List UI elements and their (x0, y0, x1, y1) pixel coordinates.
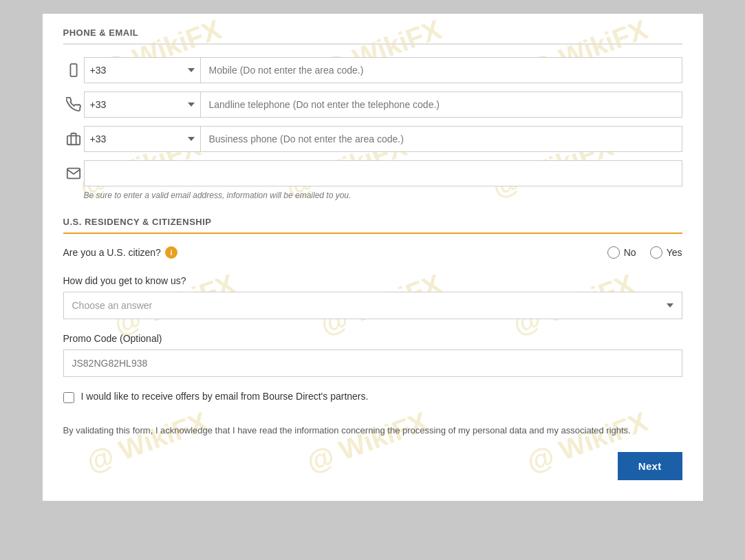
citizen-label: Are you a U.S. citizen? i (63, 246, 177, 259)
business-input[interactable] (201, 126, 682, 152)
offers-checkbox[interactable] (63, 392, 74, 403)
bottom-bar: Next (63, 452, 682, 480)
how-know-label: How did you get to know us? (63, 275, 682, 286)
citizen-no-radio[interactable] (607, 246, 620, 259)
citizen-row: Are you a U.S. citizen? i No Yes (63, 246, 682, 259)
next-button[interactable]: Next (618, 452, 682, 480)
landline-row: +33 (63, 91, 682, 118)
how-know-select[interactable]: Choose an answer (63, 292, 682, 319)
briefcase-icon (63, 131, 84, 147)
landline-input[interactable] (201, 91, 682, 118)
email-hint: Be sure to enter a valid email address, … (84, 191, 682, 200)
email-icon (63, 166, 84, 181)
offers-checkbox-row: I would like to receive offers by email … (63, 391, 682, 403)
mobile-icon (63, 63, 84, 78)
mobile-country-code[interactable]: +33 (84, 57, 201, 83)
promo-input[interactable] (63, 349, 682, 377)
form-container: @ WikiFX @ WikiFX @ WikiFX @ WikiFX @ Wi… (43, 14, 703, 501)
email-input[interactable] (84, 160, 682, 186)
business-row: +33 (63, 126, 682, 152)
how-know-wrapper: Choose an answer (63, 292, 682, 319)
landline-icon (63, 97, 84, 112)
landline-country-code[interactable]: +33 (84, 91, 201, 118)
business-country-code[interactable]: +33 (84, 126, 201, 152)
mobile-input[interactable] (201, 57, 682, 83)
mobile-row: +33 (63, 57, 682, 83)
promo-label: Promo Code (Optional) (63, 333, 682, 344)
svg-rect-2 (67, 136, 79, 144)
phone-email-title: PHONE & EMAIL (63, 28, 682, 45)
citizen-yes-option[interactable]: Yes (650, 246, 682, 259)
residency-title: U.S. RESIDENCY & CITIZENSHIP (63, 217, 682, 234)
privacy-text: By validating this form, I acknowledge t… (63, 424, 682, 438)
citizen-no-option[interactable]: No (607, 246, 636, 259)
email-row (63, 160, 682, 186)
info-icon[interactable]: i (165, 246, 177, 259)
svg-rect-0 (70, 64, 76, 76)
page-wrapper: @ WikiFX @ WikiFX @ WikiFX @ WikiFX @ Wi… (0, 7, 745, 560)
citizen-yes-radio[interactable] (650, 246, 662, 259)
offers-label[interactable]: I would like to receive offers by email … (81, 391, 369, 402)
citizen-radio-group: No Yes (607, 246, 682, 259)
